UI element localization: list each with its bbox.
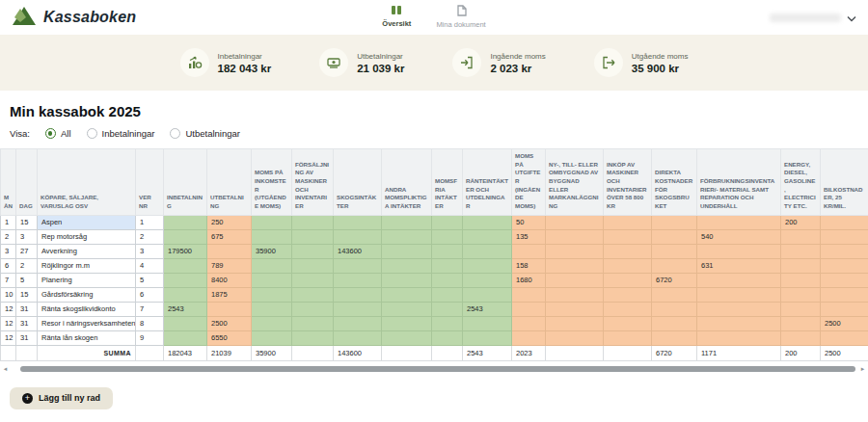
cell[interactable]: 6720	[652, 273, 697, 287]
cell[interactable]	[463, 244, 512, 258]
cell[interactable]	[652, 287, 697, 302]
cell[interactable]: 200	[781, 215, 821, 229]
cell[interactable]	[382, 229, 432, 244]
cell[interactable]	[432, 330, 463, 345]
radio-icon[interactable]	[170, 128, 180, 139]
cell[interactable]	[292, 273, 334, 287]
cell[interactable]	[292, 215, 334, 229]
cell[interactable]	[463, 215, 512, 229]
cell[interactable]	[821, 229, 868, 244]
cell[interactable]	[652, 302, 697, 316]
cell[interactable]	[781, 302, 821, 316]
cell[interactable]	[292, 287, 334, 302]
cell[interactable]	[432, 302, 463, 316]
cell[interactable]	[334, 273, 382, 287]
cell[interactable]: 2543	[164, 302, 207, 316]
cell[interactable]: 15	[16, 287, 38, 302]
cell[interactable]: 3	[1, 244, 16, 258]
cell[interactable]	[164, 316, 207, 330]
cell[interactable]	[781, 244, 821, 258]
cell[interactable]	[382, 287, 432, 302]
horizontal-scrollbar[interactable]: ◂ ▸	[0, 364, 868, 374]
cell[interactable]	[334, 229, 382, 244]
cell[interactable]	[546, 244, 604, 258]
cell[interactable]: 631	[697, 258, 781, 273]
cell[interactable]	[164, 273, 207, 287]
cell[interactable]	[292, 229, 334, 244]
cell[interactable]	[164, 215, 207, 229]
cell[interactable]	[546, 273, 604, 287]
cell[interactable]	[781, 330, 821, 345]
cell[interactable]	[164, 287, 207, 302]
cell[interactable]: 2500	[207, 316, 252, 330]
cell[interactable]	[382, 244, 432, 258]
cell[interactable]: 135	[512, 229, 546, 244]
cell[interactable]	[334, 330, 382, 345]
cell[interactable]: 5	[16, 273, 38, 287]
radio-selected-icon[interactable]	[45, 128, 56, 139]
cell[interactable]	[546, 287, 604, 302]
cell[interactable]	[207, 244, 252, 258]
cell[interactable]: 35900	[252, 244, 292, 258]
cell[interactable]	[432, 258, 463, 273]
cell[interactable]	[432, 229, 463, 244]
cell[interactable]: 10	[1, 287, 16, 302]
cell[interactable]	[697, 287, 781, 302]
cell[interactable]	[546, 215, 604, 229]
cell[interactable]	[652, 229, 697, 244]
cell[interactable]: 9	[136, 330, 164, 345]
cell[interactable]	[252, 258, 292, 273]
cell[interactable]	[207, 302, 252, 316]
cell[interactable]	[164, 330, 207, 345]
cell[interactable]	[463, 316, 512, 330]
cell[interactable]	[512, 287, 546, 302]
cell[interactable]	[382, 316, 432, 330]
cell[interactable]	[697, 215, 781, 229]
cell[interactable]: 6550	[207, 330, 252, 345]
cell[interactable]	[697, 316, 781, 330]
cell[interactable]	[546, 330, 604, 345]
cell[interactable]	[164, 258, 207, 273]
cell[interactable]	[781, 316, 821, 330]
cell[interactable]: 6	[136, 287, 164, 302]
cell[interactable]	[652, 244, 697, 258]
cell[interactable]	[252, 316, 292, 330]
cell[interactable]	[697, 330, 781, 345]
cell[interactable]: 31	[16, 316, 38, 330]
cell[interactable]: 250	[207, 215, 252, 229]
cell[interactable]: 143600	[334, 244, 382, 258]
cell[interactable]: 12	[1, 316, 16, 330]
scrollbar-track[interactable]	[9, 366, 859, 372]
cell[interactable]	[604, 302, 652, 316]
filter-option-all[interactable]: All	[45, 128, 71, 139]
cell[interactable]	[292, 330, 334, 345]
cell[interactable]: 1	[1, 215, 16, 229]
cell[interactable]: 12	[1, 302, 16, 316]
cell[interactable]: 4	[136, 258, 164, 273]
cell[interactable]	[546, 302, 604, 316]
cell[interactable]	[463, 287, 512, 302]
scroll-left-icon[interactable]: ◂	[2, 365, 9, 372]
cell[interactable]	[697, 244, 781, 258]
cell[interactable]: Ränta lån skogen	[38, 330, 136, 345]
cell[interactable]: 2	[1, 229, 16, 244]
cell[interactable]: 1875	[207, 287, 252, 302]
cell[interactable]: Gårdsförsäkring	[38, 287, 136, 302]
cell[interactable]: 50	[512, 215, 546, 229]
cell[interactable]: 1	[136, 215, 164, 229]
scroll-right-icon[interactable]: ▸	[859, 365, 866, 372]
cell[interactable]	[512, 316, 546, 330]
cell[interactable]: 5	[136, 273, 164, 287]
cell[interactable]	[334, 258, 382, 273]
cell[interactable]: Aspen	[38, 215, 136, 229]
cell[interactable]	[252, 287, 292, 302]
cell[interactable]	[334, 287, 382, 302]
cell[interactable]	[821, 258, 868, 273]
cell[interactable]	[334, 215, 382, 229]
cell[interactable]	[432, 273, 463, 287]
cell[interactable]	[821, 273, 868, 287]
cell[interactable]	[652, 258, 697, 273]
cell[interactable]	[382, 302, 432, 316]
cell[interactable]	[604, 244, 652, 258]
cell[interactable]	[334, 302, 382, 316]
